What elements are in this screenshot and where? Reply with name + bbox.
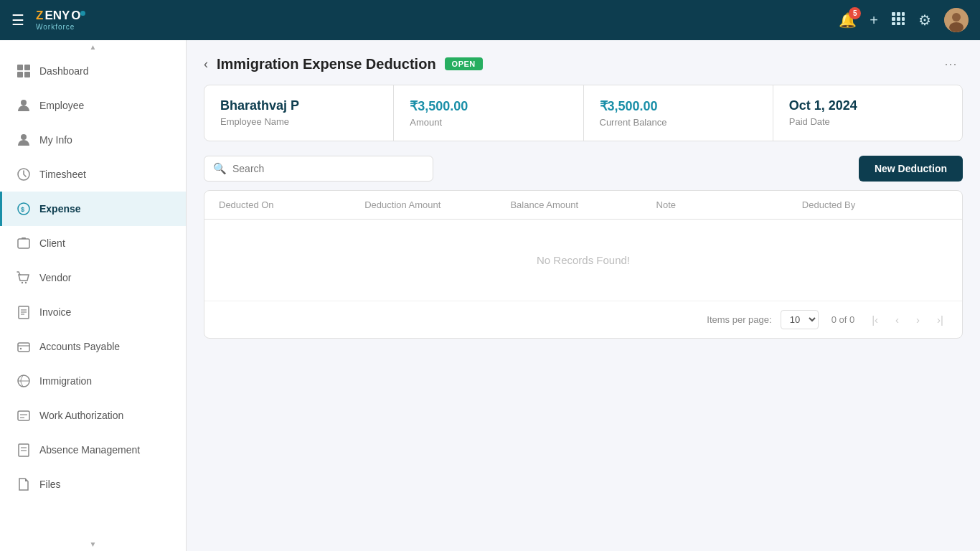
svg-rect-12 bbox=[17, 65, 23, 70]
card-current-balance: ₹3,500.00 Current Balance bbox=[584, 85, 773, 141]
search-input[interactable] bbox=[232, 163, 424, 174]
hamburger-menu[interactable]: ☰ bbox=[11, 11, 24, 29]
sidebar-item-files[interactable]: Files bbox=[0, 467, 186, 501]
sidebar-label-accounts-payable: Accounts Payable bbox=[39, 341, 120, 352]
sidebar-item-client[interactable]: Client bbox=[0, 226, 186, 260]
sidebar-item-accounts-payable[interactable]: Accounts Payable bbox=[0, 329, 186, 364]
svg-point-23 bbox=[25, 282, 27, 283]
employee-name-value: Bharathvaj P bbox=[220, 98, 377, 113]
amount-label: Amount bbox=[410, 117, 567, 128]
items-per-page-select[interactable]: 10 25 50 bbox=[781, 310, 819, 329]
sidebar-item-myinfo[interactable]: My Info bbox=[0, 123, 186, 157]
navbar-right: 🔔 5 + ⚙ bbox=[839, 8, 969, 32]
svg-rect-5 bbox=[902, 17, 905, 21]
more-options-button[interactable]: ⋯ bbox=[938, 53, 963, 75]
deduction-table: Deducted On Deduction Amount Balance Amo… bbox=[204, 190, 963, 339]
logo-o: O bbox=[71, 9, 80, 23]
paid-date-label: Paid Date bbox=[789, 116, 946, 127]
svg-rect-2 bbox=[902, 12, 905, 16]
sidebar-item-expense[interactable]: $ Expense bbox=[0, 192, 186, 226]
sidebar-label-dashboard: Dashboard bbox=[39, 65, 89, 77]
sidebar-item-absence-management[interactable]: Absence Management bbox=[0, 433, 186, 467]
pagination-first[interactable]: |‹ bbox=[867, 312, 882, 327]
page-title: Immigration Expense Deduction bbox=[217, 56, 436, 72]
search-box: 🔍 bbox=[204, 156, 433, 182]
sidebar-label-files: Files bbox=[39, 479, 61, 490]
sidebar-label-vendor: Vendor bbox=[39, 272, 71, 283]
svg-point-16 bbox=[21, 100, 27, 105]
info-cards: Bharathvaj P Employee Name ₹3,500.00 Amo… bbox=[204, 85, 963, 141]
svg-point-10 bbox=[952, 13, 961, 22]
search-icon: 🔍 bbox=[213, 162, 227, 175]
sidebar-item-vendor[interactable]: Vendor bbox=[0, 260, 186, 295]
col-deducted-on: Deducted On bbox=[219, 199, 364, 210]
sidebar-item-work-authorization[interactable]: Work Authorization bbox=[0, 398, 186, 433]
notification-badge: 5 bbox=[849, 7, 861, 19]
sidebar-label-absence-management: Absence Management bbox=[39, 444, 140, 456]
sidebar-label-immigration: Immigration bbox=[39, 375, 92, 387]
status-badge: OPEN bbox=[445, 57, 483, 70]
table-empty-message: No Records Found! bbox=[204, 220, 962, 301]
card-amount: ₹3,500.00 Amount bbox=[394, 85, 583, 141]
current-balance-value: ₹3,500.00 bbox=[600, 98, 757, 114]
card-employee-name: Bharathvaj P Employee Name bbox=[204, 85, 394, 141]
page-header-actions: ⋯ bbox=[938, 53, 963, 75]
pagination-next[interactable]: › bbox=[912, 312, 924, 327]
back-button[interactable]: ‹ bbox=[204, 57, 208, 72]
svg-rect-13 bbox=[24, 65, 30, 70]
settings-gear[interactable]: ⚙ bbox=[918, 11, 931, 29]
paid-date-value: Oct 1, 2024 bbox=[789, 98, 946, 113]
svg-rect-15 bbox=[24, 72, 30, 77]
pagination-last[interactable]: ›| bbox=[933, 312, 948, 327]
amount-value: ₹3,500.00 bbox=[410, 98, 567, 114]
logo-z: Z bbox=[36, 9, 43, 23]
sidebar-label-timesheet: Timesheet bbox=[39, 169, 86, 180]
sidebar-label-employee: Employee bbox=[39, 100, 84, 111]
app-logo: Z ENY O Workforce bbox=[36, 9, 81, 32]
svg-rect-14 bbox=[17, 72, 23, 77]
sidebar-item-dashboard[interactable]: Dashboard bbox=[0, 54, 186, 88]
svg-rect-28 bbox=[18, 343, 29, 352]
apps-grid[interactable] bbox=[891, 11, 905, 29]
svg-rect-0 bbox=[892, 12, 895, 16]
navbar: ☰ Z ENY O Workforce 🔔 5 + bbox=[0, 0, 980, 40]
sidebar-scroll-up[interactable]: ▲ bbox=[0, 40, 186, 54]
svg-rect-21 bbox=[18, 239, 29, 248]
employee-name-label: Employee Name bbox=[220, 116, 377, 127]
page-header: ‹ Immigration Expense Deduction OPEN ⋯ bbox=[187, 40, 980, 85]
navbar-left: ☰ Z ENY O Workforce bbox=[11, 9, 81, 32]
table-header: Deducted On Deduction Amount Balance Amo… bbox=[204, 191, 962, 220]
toolbar: 🔍 New Deduction bbox=[187, 156, 980, 182]
add-button[interactable]: + bbox=[870, 12, 878, 29]
logo-enyo: ENY bbox=[44, 9, 70, 23]
col-deduction-amount: Deduction Amount bbox=[364, 199, 510, 210]
notification-bell[interactable]: 🔔 5 bbox=[839, 11, 857, 29]
sidebar-item-timesheet[interactable]: Timesheet bbox=[0, 157, 186, 192]
svg-rect-1 bbox=[897, 12, 900, 16]
col-balance-amount: Balance Amount bbox=[510, 199, 656, 210]
svg-point-11 bbox=[949, 22, 963, 32]
user-avatar[interactable] bbox=[944, 8, 969, 32]
sidebar-scroll-down[interactable]: ▼ bbox=[0, 537, 186, 551]
current-balance-label: Current Balance bbox=[600, 117, 757, 128]
sidebar-label-invoice: Invoice bbox=[39, 306, 71, 318]
new-deduction-button[interactable]: New Deduction bbox=[859, 156, 963, 182]
main-content: ‹ Immigration Expense Deduction OPEN ⋯ B… bbox=[187, 40, 980, 551]
svg-rect-7 bbox=[897, 22, 900, 25]
sidebar-item-immigration[interactable]: Immigration bbox=[0, 364, 186, 398]
svg-point-17 bbox=[21, 134, 27, 140]
sidebar-item-invoice[interactable]: Invoice bbox=[0, 295, 186, 329]
svg-point-30 bbox=[20, 348, 22, 349]
pagination-prev[interactable]: ‹ bbox=[891, 312, 903, 327]
body-layout: ▲ Dashboard Employee My Info Timesheet $… bbox=[0, 40, 980, 551]
sidebar-label-expense: Expense bbox=[39, 203, 81, 215]
svg-rect-32 bbox=[18, 411, 29, 420]
sidebar-label-client: Client bbox=[39, 237, 65, 249]
svg-rect-3 bbox=[892, 17, 895, 21]
sidebar-label-work-authorization: Work Authorization bbox=[39, 410, 123, 421]
svg-rect-8 bbox=[902, 22, 905, 25]
sidebar-label-myinfo: My Info bbox=[39, 134, 72, 146]
sidebar-item-employee[interactable]: Employee bbox=[0, 88, 186, 123]
card-paid-date: Oct 1, 2024 Paid Date bbox=[773, 85, 962, 141]
logo-subtitle: Workforce bbox=[36, 23, 81, 31]
